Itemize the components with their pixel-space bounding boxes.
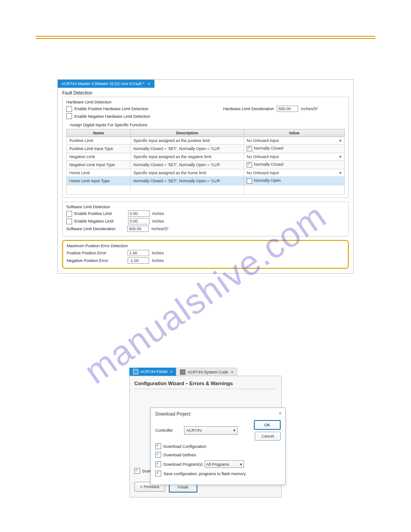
panel-title: Fault Detection xyxy=(62,90,349,95)
cancel-button[interactable]: Cancel xyxy=(255,432,281,441)
checkbox-label: Download Configuration xyxy=(163,444,206,449)
ok-button[interactable]: OK xyxy=(254,420,281,430)
close-icon[interactable]: × xyxy=(231,370,233,374)
value-text: Normally Closed xyxy=(254,146,283,150)
value-text: Normally Closed xyxy=(254,162,283,167)
cell-name: Positive Limit Input Type xyxy=(67,145,131,153)
tab-finish[interactable]: ACR74V:Finish × xyxy=(129,368,176,376)
cell-value[interactable]: No Onboard Input▾ xyxy=(244,153,345,161)
checkbox-label: Enable Positive Limit xyxy=(74,211,128,216)
divider xyxy=(134,389,277,389)
field-label: Hardware Limit Deceleration xyxy=(223,107,274,111)
software-limit-group: Software Limit Detection Enable Positive… xyxy=(62,202,349,236)
programs-select[interactable]: All Programs ▾ xyxy=(205,460,244,468)
checkbox-label: Download Defines xyxy=(163,453,196,457)
chevron-down-icon[interactable]: ▾ xyxy=(339,138,342,143)
close-icon[interactable]: × xyxy=(279,411,282,416)
col-name: Name xyxy=(67,129,131,137)
checkbox-label: Enable Negative Limit xyxy=(74,219,128,223)
checkbox-dl-config[interactable] xyxy=(155,443,161,449)
table-row[interactable]: Positive Limit Input TypeNormally Closed… xyxy=(67,145,345,153)
group-title: Software Limit Detection xyxy=(66,205,345,209)
tab-icon xyxy=(133,369,138,374)
table-row[interactable]: Home LimitSpecific input assigned as the… xyxy=(67,169,345,177)
digital-inputs-table: Name Description Value Positive LimitSpe… xyxy=(66,129,345,195)
tab-label: ACR74V:Finish xyxy=(140,369,167,374)
unit-label: Inches xyxy=(152,219,164,223)
chevron-down-icon: ▾ xyxy=(240,462,242,467)
sw-neg-input[interactable]: 0.00 xyxy=(128,218,150,224)
field-label: Controller xyxy=(155,428,184,433)
cell-value[interactable]: No Onboard Input▾ xyxy=(244,137,345,145)
cell-value[interactable]: Normally Closed xyxy=(244,145,345,153)
checkbox-sw-positive[interactable] xyxy=(66,211,72,217)
close-icon[interactable]: × xyxy=(148,82,150,86)
close-icon[interactable]: × xyxy=(170,369,172,374)
decorative-rule xyxy=(36,36,375,37)
mpe-neg-input[interactable]: -1.00 xyxy=(128,257,149,264)
tab-icon xyxy=(180,369,185,375)
cell-name: Negative Limit Input Type xyxy=(67,161,131,169)
checkbox-hw-positive[interactable] xyxy=(66,106,72,112)
hw-decel-input[interactable]: 500.00 xyxy=(277,106,298,112)
checkbox-dl-on-finish[interactable] xyxy=(134,468,140,474)
field-label: Positive Position Error xyxy=(67,251,128,255)
checkbox-label: Download Program(s) xyxy=(163,462,203,467)
field-label: Negative Position Error xyxy=(67,258,128,263)
hardware-limit-group: Hardware Limit Detection Enable Positive… xyxy=(62,97,349,198)
chevron-down-icon[interactable]: ▾ xyxy=(339,171,342,175)
checkbox-icon[interactable] xyxy=(247,178,252,184)
select-value: All Programs xyxy=(206,462,230,467)
sw-pos-input[interactable]: 0.00 xyxy=(128,210,150,217)
cell-name: Positive Limit xyxy=(67,137,131,145)
checkbox-dl-programs[interactable] xyxy=(155,461,161,467)
checkbox-sw-negative[interactable] xyxy=(66,219,72,224)
table-row[interactable]: Home Limit Input TypeNormally Closed = '… xyxy=(67,177,345,185)
value-text: No Onboard Input xyxy=(247,138,279,143)
subgroup-title: Assign Digital Inputs For Specific Funct… xyxy=(70,123,345,127)
cell-description: Normally Closed = 'SET', Normally Open =… xyxy=(131,161,244,169)
checkbox-hw-negative[interactable] xyxy=(66,113,72,119)
checkbox-dl-defines[interactable] xyxy=(155,452,161,458)
cell-value[interactable]: Normally Open xyxy=(244,177,345,185)
cell-name: Home Limit Input Type xyxy=(67,177,131,185)
unit-label: Inches xyxy=(152,211,164,216)
col-value: Value xyxy=(244,129,345,137)
group-title: Hardware Limit Detection xyxy=(66,100,345,104)
unit-label: Inches/S² xyxy=(151,227,168,231)
tab-label: ACR74V:Master 0 (Master 0):(X) Axis 0:Fa… xyxy=(61,82,144,86)
checkbox-icon[interactable] xyxy=(247,162,252,167)
controller-select[interactable]: ACR74V ▾ xyxy=(184,426,238,435)
tab-bar: ACR74V:Master 0 (Master 0):(X) Axis 0:Fa… xyxy=(58,80,353,88)
unit-label: Inches xyxy=(152,251,164,255)
checkbox-label: Enable Positive Hardware Limit Detection xyxy=(74,107,149,111)
unit-label: Inches/S² xyxy=(301,107,318,111)
table-row[interactable]: Negative Limit Input TypeNormally Closed… xyxy=(67,161,345,169)
cell-description: Normally Closed = 'SET', Normally Open =… xyxy=(131,177,244,185)
download-project-dialog: Download Project × Controller ACR74V ▾ O… xyxy=(150,408,286,485)
table-row[interactable]: Negative LimitSpecific input assigned as… xyxy=(67,153,345,161)
col-description: Description xyxy=(131,129,244,137)
dialog-title: Download Project xyxy=(155,412,281,416)
sw-decel-input[interactable]: 500.00 xyxy=(127,226,149,232)
cell-description: Normally Closed = 'SET', Normally Open =… xyxy=(131,145,244,153)
fault-detection-panel: ACR74V:Master 0 (Master 0):(X) Axis 0:Fa… xyxy=(57,79,354,274)
cell-value[interactable]: No Onboard Input▾ xyxy=(244,169,345,177)
table-row[interactable]: Positive LimitSpecific input assigned as… xyxy=(67,137,345,145)
checkbox-icon[interactable] xyxy=(247,146,252,151)
tab-fault[interactable]: ACR74V:Master 0 (Master 0):(X) Axis 0:Fa… xyxy=(58,80,154,88)
chevron-down-icon[interactable]: ▾ xyxy=(339,154,342,159)
cell-description: Specific input assigned as the negative … xyxy=(131,153,244,161)
finish-panel: ACR74V:Finish × ACR74V:System Code × Con… xyxy=(129,368,282,498)
group-title: Maximum Position Error Detection xyxy=(67,244,344,248)
max-position-error-group: Maximum Position Error Detection Positiv… xyxy=(62,240,349,269)
checkbox-label: Save configuration, programs to flash me… xyxy=(163,472,246,476)
checkbox-save-flash[interactable] xyxy=(155,471,161,476)
unit-label: Inches xyxy=(152,258,164,263)
chevron-down-icon: ▾ xyxy=(233,428,235,433)
tab-bar: ACR74V:Finish × ACR74V:System Code × xyxy=(129,368,282,376)
mpe-pos-input[interactable]: 1.00 xyxy=(128,250,149,256)
cell-value[interactable]: Normally Closed xyxy=(244,161,345,169)
checkbox-label: Enable Negative Hardware Limit Detection xyxy=(74,114,150,119)
tab-system-code[interactable]: ACR74V:System Code × xyxy=(176,368,237,376)
